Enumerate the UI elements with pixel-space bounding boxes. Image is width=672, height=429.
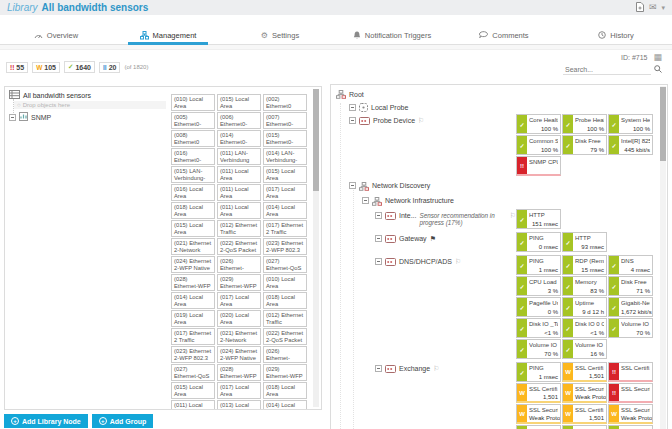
node-label[interactable]: Exchange — [399, 365, 430, 372]
sensor-cell[interactable]: (020) Local Area — [217, 310, 261, 327]
sensor-cell[interactable]: (011) LAN-Verbindung — [217, 148, 261, 165]
sensor-cell[interactable]: (019) Local Area — [171, 310, 215, 327]
sensor-cell[interactable]: (011) Local Area — [217, 184, 261, 201]
sensor-cell[interactable]: (011) Local Area — [217, 202, 261, 219]
sensor-cell[interactable]: (006) Ethernet0-QoS Packet — [217, 112, 261, 129]
expander-icon[interactable] — [9, 114, 16, 121]
sensor-cell[interactable]: (011) Local Area — [217, 166, 261, 183]
sensor-chip[interactable]: !!SNMP CPU... — [516, 156, 561, 176]
expander-icon[interactable] — [362, 197, 369, 204]
sensor-cell[interactable]: (023) Ethernet 2-WFP 802.3 — [263, 238, 307, 255]
sensor-chip[interactable]: ✓IMAP11 msec — [608, 425, 653, 429]
sensor-cell[interactable]: (012) Ethernet Traffic — [263, 310, 307, 327]
drop-target-hint[interactable]: ○ Drop objects here — [14, 101, 166, 109]
caret-down-icon[interactable]: ▾ — [661, 4, 665, 12]
sensor-cell[interactable]: (021) Ethernet 2-Network — [217, 328, 261, 345]
warning-counter[interactable]: W105 — [32, 62, 60, 73]
sensor-chip[interactable]: ✓DNS4 msec — [608, 255, 653, 275]
sensor-cell[interactable]: (015) Local Area — [171, 220, 215, 237]
sensor-cell[interactable]: (021) Ethernet 2-Network — [171, 238, 215, 255]
sensor-chip[interactable]: ✓Core Health100 % — [516, 114, 561, 134]
sensor-cell[interactable]: (026) Ethernet-Network — [217, 256, 261, 273]
sensor-cell[interactable]: (022) Ethernet 2-QoS Packet — [263, 328, 307, 345]
sensor-chip[interactable]: ✓Gigabit-Net...1,672 kbit/s — [608, 297, 653, 317]
qr-grid-icon[interactable]: ▦ — [653, 53, 662, 62]
sensor-cell[interactable]: (027) Ethernet-QoS Packet — [263, 256, 307, 273]
sensor-chip[interactable]: !!SSL Securi... — [608, 383, 653, 403]
sensor-cell[interactable]: (027) Ethernet-QoS Packet — [171, 364, 215, 381]
tree-node-root[interactable]: Root — [336, 88, 657, 101]
sensor-cell[interactable]: (017) Ethernet 2 Traffic — [171, 328, 215, 345]
sensor-chip[interactable]: ✓CPU Load3 % — [516, 276, 561, 296]
sensor-cell[interactable]: (007) Ethernet0-WFP 802.3 — [263, 112, 307, 129]
flag-icon[interactable]: ⚐ — [455, 258, 461, 265]
sensor-cell[interactable]: (024) Ethernet 2-WFP Native — [171, 256, 215, 273]
expander-icon[interactable] — [375, 235, 382, 242]
sensor-cell[interactable]: (018) Local Area — [263, 382, 307, 399]
tab-notification-triggers[interactable]: Notification Triggers — [336, 26, 448, 44]
sensor-cell[interactable]: (029) Ethernet-WFP Native — [263, 364, 307, 381]
sensor-chip[interactable]: ✓Volume IO ...70 % — [516, 339, 561, 359]
search-icon[interactable] — [654, 65, 662, 75]
sensor-chip[interactable]: ✓Intel[R] 825...445 kbit/s — [608, 135, 653, 155]
search-input[interactable] — [563, 65, 651, 75]
flag-icon[interactable]: ⚐ — [433, 365, 439, 372]
sensor-cell[interactable]: (018) Local Area — [263, 292, 307, 309]
sensor-cell[interactable]: (028) Ethernet-WFP 802.3 — [171, 274, 215, 291]
sensor-cell[interactable]: (023) Ethernet 2-WFP 802.3 — [171, 346, 215, 363]
node-label[interactable]: Network Infrastructure — [385, 197, 454, 204]
right-scrollbar-thumb[interactable] — [660, 87, 666, 161]
expander-icon[interactable] — [349, 104, 356, 111]
sensor-chip[interactable]: ✓Memory83 % — [562, 276, 607, 296]
sensor-cell[interactable]: (015) Local Area — [263, 166, 307, 183]
sensor-cell[interactable]: (005) Ethernet0-WFP Native — [171, 112, 215, 129]
sensor-cell[interactable]: (024) Ethernet 2-WFP Native — [217, 346, 261, 363]
expander-icon[interactable] — [375, 365, 382, 372]
flag-icon[interactable]: ⚐ — [418, 117, 424, 124]
sensor-chip[interactable]: ✓PING0 msec — [516, 232, 561, 252]
sensor-cell[interactable]: (014) Local Area — [263, 202, 307, 219]
sensor-cell[interactable]: (015) LAN-Verbindung- — [171, 166, 215, 183]
sensor-chip[interactable]: ✓Disk Free79 % — [562, 135, 607, 155]
sensor-cell[interactable]: (008) Ethernet0 Traffic — [171, 130, 215, 147]
node-label[interactable]: Network Discovery — [372, 182, 430, 189]
sensor-cell[interactable]: (016) Local Area — [171, 184, 215, 201]
expander-icon[interactable] — [349, 117, 356, 124]
sensor-chip[interactable]: !!SSL Certifi... — [608, 362, 653, 382]
sensor-cell[interactable]: (017) Local Area — [217, 382, 261, 399]
mail-icon[interactable]: ✉ — [649, 3, 657, 12]
sensor-chip[interactable]: WSSL Securi...Weak Proto... — [516, 404, 561, 424]
sensor-chip[interactable]: ✓System He...100 % — [608, 114, 653, 134]
sensor-chip[interactable]: ✓HTTP93 msec — [562, 232, 607, 252]
sensor-cell[interactable]: (016) Ethernet0-WFP 802.3 — [171, 148, 215, 165]
add-group-button[interactable]: + Add Group — [92, 414, 154, 428]
sensor-cell[interactable]: (028) Ethernet-WFP 802.3 — [217, 364, 261, 381]
right-scrollbar[interactable] — [660, 86, 666, 429]
sensor-cell[interactable]: (015) Local Area — [171, 382, 215, 399]
sensor-cell[interactable]: (018) Local Area — [171, 202, 215, 219]
sensor-cell[interactable]: (012) Ethernet Traffic — [217, 220, 261, 237]
sensor-cell[interactable]: (010) Local Area — [263, 274, 307, 291]
sensor-chip[interactable]: ✓HTTPS94 msec — [516, 425, 561, 429]
tree-node-local-probe[interactable]: Local Probe — [336, 101, 657, 114]
new-object-icon[interactable] — [636, 2, 644, 14]
sensor-cell[interactable]: (026) Ethernet-Network — [263, 346, 307, 363]
sensor-cell[interactable]: (015) Ethernet0-QoS Packet — [263, 130, 307, 147]
sensor-cell[interactable]: (013) Local Area — [217, 400, 261, 410]
sensor-chip[interactable]: ✓Disk IO _To...<1 % — [516, 318, 561, 338]
node-label[interactable]: Probe Device — [373, 117, 415, 124]
sensor-cell[interactable]: (017) Local Area — [217, 292, 261, 309]
sensor-chip[interactable]: ✓Volume IO ...70 % — [608, 318, 653, 338]
flag-icon[interactable]: ⚑ — [430, 235, 436, 242]
tab-overview[interactable]: Overview — [0, 26, 112, 44]
sensor-chip[interactable]: WSSL Certifi...1,501 — [562, 404, 607, 424]
sensor-chip[interactable]: ✓Pagefile Us...0 % — [516, 297, 561, 317]
sensor-cell[interactable]: (002) Ethernet0 Traffic — [263, 94, 307, 111]
paused-counter[interactable]: II20 — [99, 62, 120, 73]
sensor-cell[interactable]: (017) Local Area — [263, 184, 307, 201]
sensor-chip[interactable]: ✓RDP (Rem...15 msec — [562, 255, 607, 275]
left-scrollbar-thumb[interactable] — [313, 89, 319, 191]
sensor-chip[interactable]: ✓Disk IO 0 C:<1 % — [562, 318, 607, 338]
sensor-chip[interactable]: ✓Volume IO ...16 % — [562, 339, 607, 359]
sensor-cell[interactable]: (017) Ethernet 2 Traffic — [263, 220, 307, 237]
